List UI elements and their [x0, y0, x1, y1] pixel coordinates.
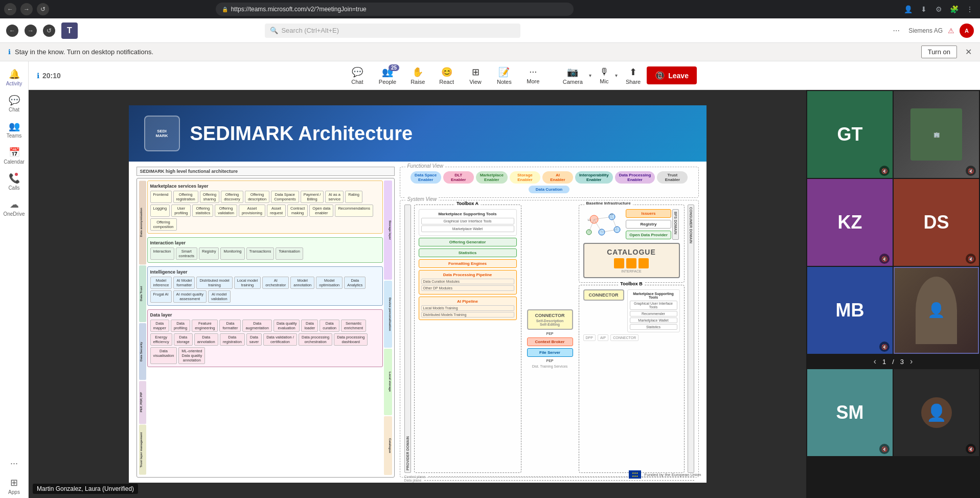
header-reload-button[interactable]: ↺ — [43, 25, 55, 37]
marketplace-supporting-tools-a: Marketplace Supporting Tools Graphical U… — [419, 209, 517, 236]
sidebar-item-calendar[interactable]: 📅 Calendar — [2, 144, 27, 168]
sidebar-item-chat[interactable]: 💬 Chat — [2, 92, 27, 116]
turn-on-button[interactable]: Turn on — [921, 46, 957, 58]
nav-reload-button[interactable]: ↺ — [37, 3, 49, 15]
connector-a-box: CONNECTOR Self-Description Self-Editing — [527, 309, 573, 330]
offering-comp-box: Offeringcomposition — [150, 218, 177, 231]
video-tile-active-speaker: 👤 — [894, 267, 979, 354]
sidebar-item-apps[interactable]: ⊞ Apps — [2, 474, 27, 498]
nav-forward-button[interactable]: → — [20, 3, 33, 15]
slide-container: SEDIMARK SEDIMARK Architecture SEDIMARK … — [129, 105, 706, 483]
people-ctrl-label: People — [379, 79, 396, 85]
person-silhouette: 👤 — [927, 302, 945, 319]
page-current: 1 — [882, 358, 886, 366]
sidebar-item-teams[interactable]: 👥 Teams — [2, 118, 27, 142]
camera-toggle-button[interactable]: 📷 Camera — [559, 63, 587, 88]
mst-b: Marketplace Supporting Tools Graphical U… — [627, 289, 680, 332]
middle-column: CONNECTOR Self-Description Self-Editing … — [525, 205, 576, 473]
browser-profile-icon[interactable]: 👤 — [902, 3, 915, 15]
mic-toggle-button[interactable]: 🎙 Mic — [596, 63, 613, 87]
functional-chips: Data SpaceEnabler DLTEnabler Marketplace… — [404, 171, 694, 193]
formatting-engines-box: Formatting Engines — [419, 259, 517, 268]
user-avatar[interactable]: A — [960, 24, 974, 38]
calls-badge — [15, 173, 18, 176]
offering-sharing-box: Offeringsharing — [200, 191, 220, 203]
sidebar-item-more[interactable]: ··· — [2, 455, 27, 472]
offering-generator-box: Offering Generator — [419, 238, 517, 246]
sidebar-label-onedrive: OneDrive — [3, 211, 25, 217]
main-layout: 🔔 Activity 💬 Chat 👥 Teams 📅 Calendar 📞 C… — [0, 61, 980, 498]
data-trust-label: Data Trust — [139, 265, 146, 322]
mst-a-title: Marketplace Supporting Tools — [421, 212, 514, 216]
browser-menu-icon[interactable]: ⋮ — [964, 3, 976, 15]
nav-back-button[interactable]: ← — [4, 3, 16, 15]
distrib-model-training: Distributed Models Training — [421, 312, 514, 318]
share-button[interactable]: ⬆ Share — [622, 63, 645, 88]
asset-req-box: Assetrequest — [267, 205, 286, 217]
browser-settings-icon[interactable]: ⚙ — [933, 3, 945, 15]
mic-dropdown-button[interactable]: ▾ — [613, 70, 620, 81]
sidebar-item-activity[interactable]: 🔔 Activity — [2, 65, 27, 89]
browser-download-icon[interactable]: ⬇ — [918, 3, 930, 15]
dpp-b: DPP — [583, 334, 596, 341]
video-tile-sm: SM 🔇 — [807, 369, 893, 456]
data-anon-label: Data anonymisation — [139, 180, 146, 264]
model-optimisation-box: Modeloptimisation — [316, 277, 343, 289]
stats-label-a: Statistics — [421, 251, 515, 255]
data-space-comp-box: Data SpaceComponents — [271, 191, 299, 203]
header-more-icon[interactable]: ··· — [889, 24, 903, 38]
catalogue-icons — [588, 258, 675, 268]
stats-b: Statistics — [630, 324, 677, 330]
anon-video: 👤 — [894, 369, 979, 456]
arch-layers: Marketplace services layer Frontend Offe… — [147, 180, 383, 475]
kz-avatar: KZ — [807, 179, 893, 266]
leave-button[interactable]: 📵 Leave — [647, 66, 697, 84]
header-forward-button[interactable]: → — [25, 25, 37, 37]
people-control-button[interactable]: 👥 25 People — [373, 63, 402, 88]
calendar-icon: 📅 — [9, 147, 20, 158]
lock-icon: 🔒 — [222, 7, 228, 12]
teams-search-bar[interactable]: 🔍 Search (Ctrl+Alt+E) — [265, 24, 520, 38]
ai-pipeline-box: AI Pipeline Local Models Training Distri… — [419, 297, 517, 320]
notification-close-button[interactable]: ✕ — [965, 47, 972, 57]
more-ctrl-icon: ··· — [529, 66, 537, 77]
notification-message: Stay in the know. Turn on desktop notifi… — [15, 48, 153, 56]
catalogue-box: CATALOGUE INTERFACE — [583, 243, 680, 278]
chat-control-button[interactable]: 💬 Chat — [344, 63, 371, 88]
offering-reg-box: Offeringregistration — [173, 191, 198, 203]
connector-b-small: CONNECTOR — [610, 334, 639, 341]
header-back-button[interactable]: ← — [6, 25, 18, 37]
next-page-button[interactable]: › — [910, 357, 913, 366]
toolbox-b: Toolbox B CONNECTOR — [579, 285, 685, 473]
slide-header: SEDIMARK SEDIMARK Architecture — [129, 105, 706, 162]
camera-label: Camera — [563, 79, 583, 85]
interaction-boxes: Interaction Smartcontracts Registry Moni… — [150, 247, 380, 260]
camera-dropdown-button[interactable]: ▾ — [587, 70, 594, 81]
data-processing-pipeline-box: Data Processing Pipeline Data Curation M… — [419, 270, 517, 295]
recommender-b: Recommender — [630, 311, 677, 316]
interoperability-enabler-chip: InteroperabilityEnabler — [575, 171, 613, 184]
room-mute-icon: 🔇 — [966, 166, 976, 176]
sidebar-item-onedrive[interactable]: ☁ OneDrive — [2, 196, 27, 220]
view-control-button[interactable]: ⊞ View — [462, 63, 489, 88]
toolbox-a: Toolbox A Marketplace Supporting Tools G… — [414, 205, 521, 473]
react-control-button[interactable]: 😊 React — [433, 63, 460, 88]
functional-view-label: Functional View — [405, 163, 445, 169]
prev-page-button[interactable]: ‹ — [874, 357, 876, 366]
local-model-training-box: Local modeltraining — [234, 277, 261, 289]
browser-extension-icon[interactable]: 🧩 — [948, 3, 961, 15]
url-bar[interactable]: 🔒 https://teams.microsoft.com/v2/?meetin… — [216, 3, 574, 16]
raise-control-button[interactable]: ✋ Raise — [404, 63, 431, 88]
notes-control-button[interactable]: 📝 Notes — [491, 63, 518, 88]
other-dp-modules: Other DP Modules — [421, 285, 514, 291]
calls-icon: 📞 — [9, 173, 20, 184]
pep-label-bot: PEP — [546, 359, 553, 363]
more-control-button[interactable]: ··· More — [520, 63, 546, 87]
ai-pipeline-label: AI Pipeline — [421, 299, 514, 304]
raise-ctrl-label: Raise — [411, 79, 425, 85]
connector-b-box: CONNECTOR — [583, 289, 624, 301]
user-profiling-box: Userprofiling — [171, 205, 191, 217]
sidebar-item-calls[interactable]: 📞 Calls — [2, 170, 27, 194]
baseline-infra-box: Baseline Infrastructure — [579, 205, 685, 283]
sedimark-logo: SEDIMARK — [144, 116, 180, 151]
